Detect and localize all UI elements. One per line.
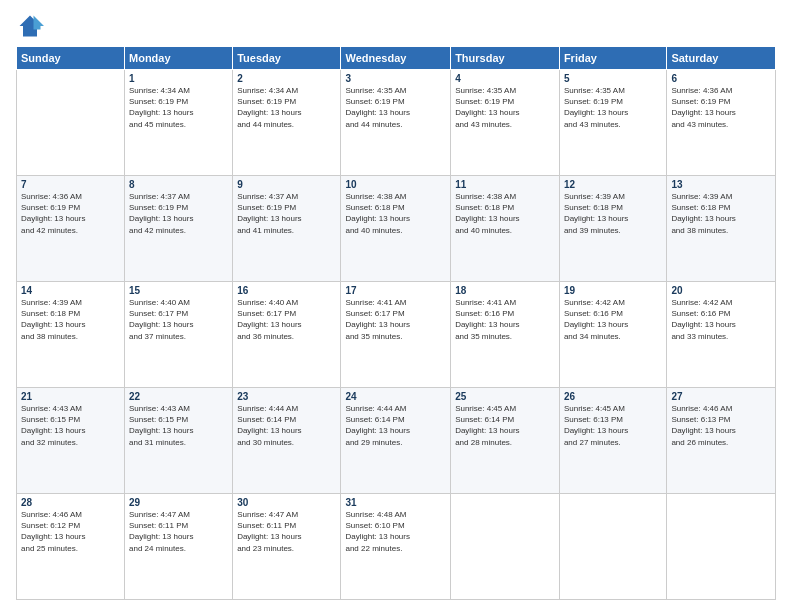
day-cell: 7Sunrise: 4:36 AMSunset: 6:19 PMDaylight… (17, 176, 125, 282)
day-info: Sunrise: 4:46 AMSunset: 6:12 PMDaylight:… (21, 509, 120, 554)
day-cell: 15Sunrise: 4:40 AMSunset: 6:17 PMDayligh… (125, 282, 233, 388)
header-day: Friday (559, 47, 666, 70)
day-cell: 1Sunrise: 4:34 AMSunset: 6:19 PMDaylight… (125, 70, 233, 176)
day-number: 28 (21, 497, 120, 508)
day-cell: 18Sunrise: 4:41 AMSunset: 6:16 PMDayligh… (451, 282, 560, 388)
day-number: 4 (455, 73, 555, 84)
day-number: 24 (345, 391, 446, 402)
day-info: Sunrise: 4:47 AMSunset: 6:11 PMDaylight:… (129, 509, 228, 554)
day-info: Sunrise: 4:39 AMSunset: 6:18 PMDaylight:… (21, 297, 120, 342)
day-cell: 29Sunrise: 4:47 AMSunset: 6:11 PMDayligh… (125, 494, 233, 600)
day-cell: 23Sunrise: 4:44 AMSunset: 6:14 PMDayligh… (233, 388, 341, 494)
page: SundayMondayTuesdayWednesdayThursdayFrid… (0, 0, 792, 612)
day-number: 13 (671, 179, 771, 190)
day-number: 2 (237, 73, 336, 84)
day-cell (451, 494, 560, 600)
svg-marker-1 (34, 16, 45, 30)
day-info: Sunrise: 4:36 AMSunset: 6:19 PMDaylight:… (671, 85, 771, 130)
day-number: 31 (345, 497, 446, 508)
header-day: Tuesday (233, 47, 341, 70)
day-number: 10 (345, 179, 446, 190)
day-info: Sunrise: 4:48 AMSunset: 6:10 PMDaylight:… (345, 509, 446, 554)
day-cell: 19Sunrise: 4:42 AMSunset: 6:16 PMDayligh… (559, 282, 666, 388)
day-info: Sunrise: 4:39 AMSunset: 6:18 PMDaylight:… (671, 191, 771, 236)
day-info: Sunrise: 4:43 AMSunset: 6:15 PMDaylight:… (21, 403, 120, 448)
header-day: Thursday (451, 47, 560, 70)
day-number: 6 (671, 73, 771, 84)
week-row: 14Sunrise: 4:39 AMSunset: 6:18 PMDayligh… (17, 282, 776, 388)
day-number: 14 (21, 285, 120, 296)
day-info: Sunrise: 4:45 AMSunset: 6:14 PMDaylight:… (455, 403, 555, 448)
day-info: Sunrise: 4:40 AMSunset: 6:17 PMDaylight:… (129, 297, 228, 342)
day-cell: 20Sunrise: 4:42 AMSunset: 6:16 PMDayligh… (667, 282, 776, 388)
day-number: 15 (129, 285, 228, 296)
day-cell: 13Sunrise: 4:39 AMSunset: 6:18 PMDayligh… (667, 176, 776, 282)
day-cell: 16Sunrise: 4:40 AMSunset: 6:17 PMDayligh… (233, 282, 341, 388)
day-cell: 11Sunrise: 4:38 AMSunset: 6:18 PMDayligh… (451, 176, 560, 282)
day-number: 12 (564, 179, 662, 190)
day-info: Sunrise: 4:45 AMSunset: 6:13 PMDaylight:… (564, 403, 662, 448)
day-info: Sunrise: 4:36 AMSunset: 6:19 PMDaylight:… (21, 191, 120, 236)
day-number: 1 (129, 73, 228, 84)
day-number: 18 (455, 285, 555, 296)
day-cell: 10Sunrise: 4:38 AMSunset: 6:18 PMDayligh… (341, 176, 451, 282)
day-number: 26 (564, 391, 662, 402)
day-cell: 24Sunrise: 4:44 AMSunset: 6:14 PMDayligh… (341, 388, 451, 494)
day-number: 27 (671, 391, 771, 402)
day-info: Sunrise: 4:42 AMSunset: 6:16 PMDaylight:… (671, 297, 771, 342)
day-info: Sunrise: 4:34 AMSunset: 6:19 PMDaylight:… (237, 85, 336, 130)
day-cell: 22Sunrise: 4:43 AMSunset: 6:15 PMDayligh… (125, 388, 233, 494)
day-number: 7 (21, 179, 120, 190)
day-info: Sunrise: 4:34 AMSunset: 6:19 PMDaylight:… (129, 85, 228, 130)
day-info: Sunrise: 4:42 AMSunset: 6:16 PMDaylight:… (564, 297, 662, 342)
day-cell (17, 70, 125, 176)
day-number: 9 (237, 179, 336, 190)
day-cell (667, 494, 776, 600)
day-cell: 4Sunrise: 4:35 AMSunset: 6:19 PMDaylight… (451, 70, 560, 176)
day-number: 20 (671, 285, 771, 296)
day-info: Sunrise: 4:38 AMSunset: 6:18 PMDaylight:… (345, 191, 446, 236)
day-cell: 17Sunrise: 4:41 AMSunset: 6:17 PMDayligh… (341, 282, 451, 388)
day-cell: 26Sunrise: 4:45 AMSunset: 6:13 PMDayligh… (559, 388, 666, 494)
header-day: Wednesday (341, 47, 451, 70)
day-info: Sunrise: 4:39 AMSunset: 6:18 PMDaylight:… (564, 191, 662, 236)
day-info: Sunrise: 4:35 AMSunset: 6:19 PMDaylight:… (345, 85, 446, 130)
day-number: 30 (237, 497, 336, 508)
day-info: Sunrise: 4:38 AMSunset: 6:18 PMDaylight:… (455, 191, 555, 236)
day-number: 25 (455, 391, 555, 402)
header-day: Sunday (17, 47, 125, 70)
day-number: 11 (455, 179, 555, 190)
day-cell: 14Sunrise: 4:39 AMSunset: 6:18 PMDayligh… (17, 282, 125, 388)
day-number: 17 (345, 285, 446, 296)
day-number: 23 (237, 391, 336, 402)
day-cell: 28Sunrise: 4:46 AMSunset: 6:12 PMDayligh… (17, 494, 125, 600)
logo (16, 12, 48, 40)
day-cell: 8Sunrise: 4:37 AMSunset: 6:19 PMDaylight… (125, 176, 233, 282)
week-row: 7Sunrise: 4:36 AMSunset: 6:19 PMDaylight… (17, 176, 776, 282)
day-number: 3 (345, 73, 446, 84)
day-info: Sunrise: 4:37 AMSunset: 6:19 PMDaylight:… (237, 191, 336, 236)
header-day: Saturday (667, 47, 776, 70)
day-cell: 2Sunrise: 4:34 AMSunset: 6:19 PMDaylight… (233, 70, 341, 176)
day-info: Sunrise: 4:43 AMSunset: 6:15 PMDaylight:… (129, 403, 228, 448)
day-info: Sunrise: 4:40 AMSunset: 6:17 PMDaylight:… (237, 297, 336, 342)
day-number: 16 (237, 285, 336, 296)
day-cell: 27Sunrise: 4:46 AMSunset: 6:13 PMDayligh… (667, 388, 776, 494)
day-number: 29 (129, 497, 228, 508)
header-day: Monday (125, 47, 233, 70)
day-cell: 5Sunrise: 4:35 AMSunset: 6:19 PMDaylight… (559, 70, 666, 176)
day-number: 19 (564, 285, 662, 296)
day-number: 5 (564, 73, 662, 84)
day-info: Sunrise: 4:35 AMSunset: 6:19 PMDaylight:… (564, 85, 662, 130)
day-cell: 31Sunrise: 4:48 AMSunset: 6:10 PMDayligh… (341, 494, 451, 600)
logo-icon (16, 12, 44, 40)
day-info: Sunrise: 4:41 AMSunset: 6:16 PMDaylight:… (455, 297, 555, 342)
day-number: 22 (129, 391, 228, 402)
day-info: Sunrise: 4:44 AMSunset: 6:14 PMDaylight:… (237, 403, 336, 448)
day-cell: 6Sunrise: 4:36 AMSunset: 6:19 PMDaylight… (667, 70, 776, 176)
week-row: 1Sunrise: 4:34 AMSunset: 6:19 PMDaylight… (17, 70, 776, 176)
day-cell: 30Sunrise: 4:47 AMSunset: 6:11 PMDayligh… (233, 494, 341, 600)
header-row: SundayMondayTuesdayWednesdayThursdayFrid… (17, 47, 776, 70)
day-cell (559, 494, 666, 600)
day-cell: 21Sunrise: 4:43 AMSunset: 6:15 PMDayligh… (17, 388, 125, 494)
